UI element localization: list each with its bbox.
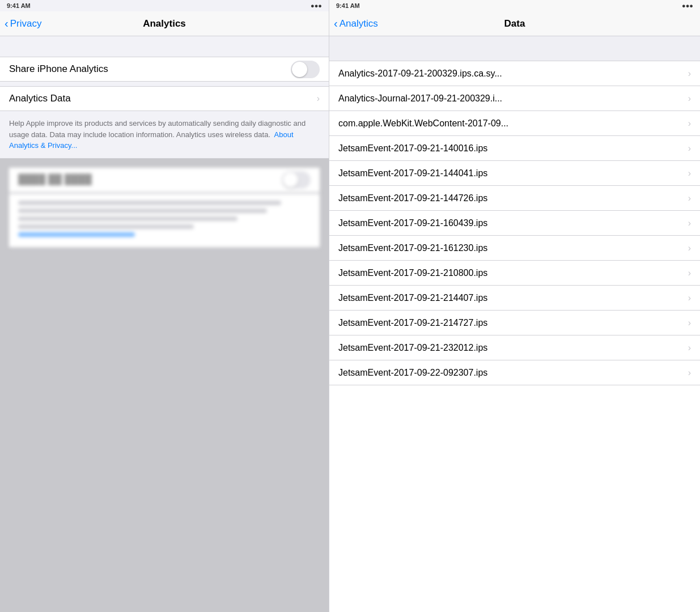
list-item-chevron-icon: › [688,343,691,353]
list-item[interactable]: JetsamEvent-2017-09-21-214407.ips› [329,286,700,311]
blur-line-5 [18,232,135,237]
list-item-label: JetsamEvent-2017-09-21-210800.ips [338,268,684,278]
analytics-data-chevron-icon: › [317,94,320,104]
blur-line-1 [18,201,281,205]
blur-content: ████ ██ ████ [0,159,329,257]
list-item-chevron-icon: › [688,268,691,278]
list-item-label: com.apple.WebKit.WebContent-2017-09... [338,118,684,129]
list-item[interactable]: JetsamEvent-2017-09-22-092307.ips› [329,360,700,385]
blur-line-2 [18,209,267,213]
list-item[interactable]: JetsamEvent-2017-09-21-144041.ips› [329,161,700,186]
list-item-chevron-icon: › [688,318,691,328]
list-item-label: JetsamEvent-2017-09-21-144726.ips [338,193,684,203]
search-bar-area [329,36,700,61]
right-back-label[interactable]: Analytics [340,18,378,29]
list-item-label: Analytics-2017-09-21-200329.ips.ca.sy... [338,69,684,79]
right-nav-bar: ‹ Analytics Data [329,11,700,36]
list-item-chevron-icon: › [688,218,691,228]
list-item[interactable]: JetsamEvent-2017-09-21-210800.ips› [329,261,700,286]
list-item-label: Analytics-Journal-2017-09-21-200329.i... [338,94,684,104]
data-list: Analytics-2017-09-21-200329.ips.ca.sy...… [329,61,700,612]
list-item-label: JetsamEvent-2017-09-21-232012.ips [338,343,684,353]
list-item-chevron-icon: › [688,168,691,178]
list-item-chevron-icon: › [688,118,691,129]
analytics-description-text: Help Apple improve its products and serv… [9,119,306,150]
list-item-label: JetsamEvent-2017-09-21-140016.ips [338,143,684,154]
blur-line-3 [18,216,237,221]
blur-toggle [282,171,311,189]
blur-line-4 [18,224,194,229]
left-spacer-1 [0,36,329,57]
right-status-time: 9:41 AM [336,2,360,9]
list-item[interactable]: Analytics-2017-09-21-200329.ips.ca.sy...… [329,61,700,86]
list-item-chevron-icon: › [688,193,691,203]
left-status-bar: 9:41 AM ●●● [0,0,329,11]
list-item[interactable]: JetsamEvent-2017-09-21-232012.ips› [329,335,700,360]
list-item-chevron-icon: › [688,293,691,303]
right-panel: 9:41 AM ●●● ‹ Analytics Data Analytics-2… [329,0,700,612]
blur-row-1: ████ ██ ████ [9,168,320,193]
left-back-label[interactable]: Privacy [10,18,42,29]
share-analytics-cell[interactable]: Share iPhone Analytics [0,57,329,82]
list-item-chevron-icon: › [688,94,691,104]
list-item-label: JetsamEvent-2017-09-21-161230.ips [338,243,684,253]
list-item[interactable]: JetsamEvent-2017-09-21-140016.ips› [329,136,700,161]
right-back-button[interactable]: ‹ Analytics [334,17,378,30]
analytics-description-block: Help Apple improve its products and serv… [0,111,329,159]
right-nav-title: Data [504,18,525,29]
left-spacer-2 [0,82,329,86]
list-item[interactable]: JetsamEvent-2017-09-21-160439.ips› [329,211,700,236]
list-item-chevron-icon: › [688,69,691,79]
blur-text-block [9,193,320,248]
left-status-icons: ●●● [311,2,322,9]
list-item[interactable]: JetsamEvent-2017-09-21-214727.ips› [329,311,700,335]
left-nav-title: Analytics [143,18,186,29]
list-item-chevron-icon: › [688,368,691,378]
list-item-label: JetsamEvent-2017-09-21-144041.ips [338,168,684,178]
list-item-chevron-icon: › [688,143,691,154]
left-panel: 9:41 AM ●●● ‹ Privacy Analytics Share iP… [0,0,329,612]
list-item-label: JetsamEvent-2017-09-21-214727.ips [338,318,684,328]
left-status-time: 9:41 AM [7,2,31,9]
list-item-chevron-icon: › [688,243,691,253]
list-item[interactable]: JetsamEvent-2017-09-21-161230.ips› [329,236,700,261]
list-item-label: JetsamEvent-2017-09-21-214407.ips [338,293,684,303]
list-item-label: JetsamEvent-2017-09-21-160439.ips [338,218,684,228]
toggle-knob [292,62,307,77]
list-item[interactable]: Analytics-Journal-2017-09-21-200329.i...… [329,86,700,111]
left-back-button[interactable]: ‹ Privacy [5,17,41,30]
list-item-label: JetsamEvent-2017-09-22-092307.ips [338,368,684,378]
right-back-chevron-icon: ‹ [334,17,338,30]
analytics-data-row[interactable]: Analytics Data › [0,86,329,111]
list-item[interactable]: JetsamEvent-2017-09-21-144726.ips› [329,186,700,211]
left-back-chevron-icon: ‹ [5,17,9,30]
blur-label-1: ████ ██ ████ [18,174,92,185]
list-item[interactable]: com.apple.WebKit.WebContent-2017-09...› [329,111,700,136]
share-analytics-label: Share iPhone Analytics [9,63,108,75]
right-status-bar: 9:41 AM ●●● [329,0,700,11]
left-blurred-section: ████ ██ ████ [0,159,329,613]
share-analytics-toggle[interactable] [291,61,320,78]
left-nav-bar: ‹ Privacy Analytics [0,11,329,36]
analytics-data-label: Analytics Data [9,93,71,104]
right-status-icons: ●●● [682,2,693,9]
